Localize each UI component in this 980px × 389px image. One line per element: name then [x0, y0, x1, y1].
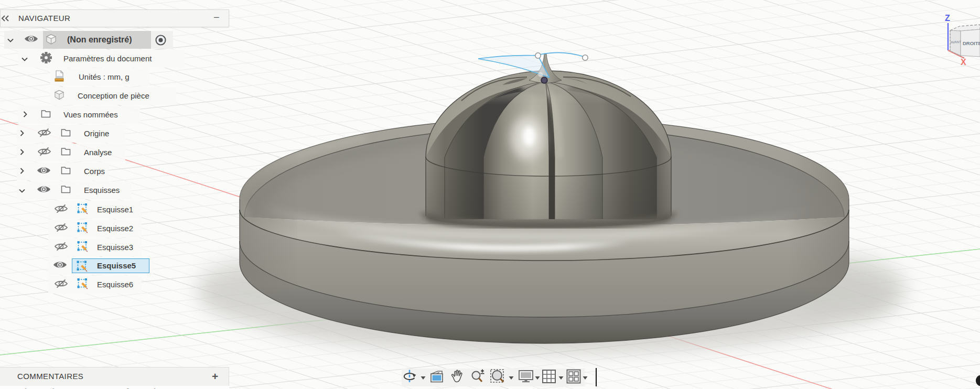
svg-text:X: X [961, 58, 966, 67]
svg-text:Z: Z [945, 14, 950, 23]
svg-text:DROITE: DROITE [963, 40, 980, 46]
svg-text:AVANT: AVANT [951, 40, 962, 44]
